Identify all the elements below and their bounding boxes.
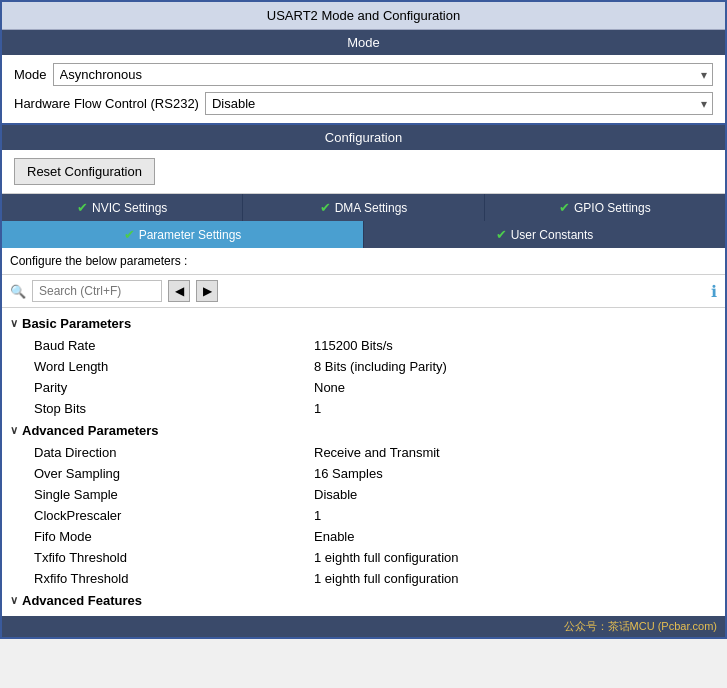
- param-data-direction-name: Data Direction: [34, 445, 314, 460]
- param-rxfifo-threshold-value: 1 eighth full configuration: [314, 571, 459, 586]
- param-rxfifo-threshold-name: Rxfifo Threshold: [34, 571, 314, 586]
- mode-section: Mode Asynchronous Hardware Flow Control …: [2, 55, 725, 125]
- search-bar: 🔍 ◀ ▶ ℹ: [2, 275, 725, 308]
- param-parity-name: Parity: [34, 380, 314, 395]
- tab-parameter-settings[interactable]: ✔ Parameter Settings: [2, 221, 364, 248]
- param-baud-rate-name: Baud Rate: [34, 338, 314, 353]
- param-baud-rate-value: 115200 Bits/s: [314, 338, 393, 353]
- param-txfifo-threshold: Txfifo Threshold 1 eighth full configura…: [2, 547, 725, 568]
- tab-nvic-label: NVIC Settings: [92, 201, 167, 215]
- param-fifo-mode: Fifo Mode Enable: [2, 526, 725, 547]
- hw-flow-select[interactable]: Disable: [205, 92, 713, 115]
- param-stop-bits-name: Stop Bits: [34, 401, 314, 416]
- group-advanced-parameters[interactable]: ∨ Advanced Parameters: [2, 419, 725, 442]
- group-advanced-features[interactable]: ∨ Advanced Features: [2, 589, 725, 612]
- tab-dma[interactable]: ✔ DMA Settings: [243, 194, 484, 221]
- search-input[interactable]: [32, 280, 162, 302]
- param-single-sample-name: Single Sample: [34, 487, 314, 502]
- param-over-sampling-value: 16 Samples: [314, 466, 383, 481]
- watermark-text: 公众号：茶话MCU (Pcbar.com): [564, 619, 717, 634]
- tab-params-label: Parameter Settings: [139, 228, 242, 242]
- chevron-advanced-icon: ∨: [10, 424, 18, 437]
- config-buttons-area: Reset Configuration: [2, 150, 725, 194]
- hw-flow-row: Hardware Flow Control (RS232) Disable: [14, 92, 713, 115]
- param-single-sample-value: Disable: [314, 487, 357, 502]
- param-stop-bits-value: 1: [314, 401, 321, 416]
- dma-check-icon: ✔: [320, 200, 331, 215]
- search-icon: 🔍: [10, 284, 26, 299]
- param-clock-prescaler: ClockPrescaler 1: [2, 505, 725, 526]
- mode-row: Mode Asynchronous: [14, 63, 713, 86]
- param-clock-prescaler-name: ClockPrescaler: [34, 508, 314, 523]
- tab-nvic[interactable]: ✔ NVIC Settings: [2, 194, 243, 221]
- mode-select[interactable]: Asynchronous: [53, 63, 713, 86]
- mode-label: Mode: [14, 67, 47, 82]
- param-word-length-value: 8 Bits (including Parity): [314, 359, 447, 374]
- title-bar: USART2 Mode and Configuration: [2, 2, 725, 30]
- param-data-direction: Data Direction Receive and Transmit: [2, 442, 725, 463]
- tab-dma-label: DMA Settings: [335, 201, 408, 215]
- param-stop-bits: Stop Bits 1: [2, 398, 725, 419]
- params-hint: Configure the below parameters :: [2, 248, 725, 275]
- param-txfifo-threshold-name: Txfifo Threshold: [34, 550, 314, 565]
- gpio-check-icon: ✔: [559, 200, 570, 215]
- tab-user-label: User Constants: [511, 228, 594, 242]
- mode-header: Mode: [2, 30, 725, 55]
- config-header: Configuration: [2, 125, 725, 150]
- param-parity-value: None: [314, 380, 345, 395]
- param-fifo-mode-value: Enable: [314, 529, 354, 544]
- nav-next-button[interactable]: ▶: [196, 280, 218, 302]
- param-fifo-mode-name: Fifo Mode: [34, 529, 314, 544]
- group-basic-label: Basic Parameters: [22, 316, 131, 331]
- tab-user-constants[interactable]: ✔ User Constants: [364, 221, 725, 248]
- user-check-icon: ✔: [496, 227, 507, 242]
- param-single-sample: Single Sample Disable: [2, 484, 725, 505]
- param-word-length-name: Word Length: [34, 359, 314, 374]
- tab-gpio[interactable]: ✔ GPIO Settings: [485, 194, 725, 221]
- params-check-icon: ✔: [124, 227, 135, 242]
- config-section: Reset Configuration ✔ NVIC Settings ✔ DM…: [2, 150, 725, 637]
- hw-flow-select-wrapper[interactable]: Disable: [205, 92, 713, 115]
- title-text: USART2 Mode and Configuration: [267, 8, 460, 23]
- group-advanced-label: Advanced Parameters: [22, 423, 159, 438]
- group-features-label: Advanced Features: [22, 593, 142, 608]
- hw-flow-label: Hardware Flow Control (RS232): [14, 96, 199, 111]
- tabs-row1: ✔ NVIC Settings ✔ DMA Settings ✔ GPIO Se…: [2, 194, 725, 221]
- chevron-basic-icon: ∨: [10, 317, 18, 330]
- nav-prev-button[interactable]: ◀: [168, 280, 190, 302]
- reset-config-button[interactable]: Reset Configuration: [14, 158, 155, 185]
- param-txfifo-threshold-value: 1 eighth full configuration: [314, 550, 459, 565]
- info-icon[interactable]: ℹ: [711, 282, 717, 301]
- param-word-length: Word Length 8 Bits (including Parity): [2, 356, 725, 377]
- chevron-features-icon: ∨: [10, 594, 18, 607]
- param-parity: Parity None: [2, 377, 725, 398]
- param-over-sampling: Over Sampling 16 Samples: [2, 463, 725, 484]
- tab-gpio-label: GPIO Settings: [574, 201, 651, 215]
- nvic-check-icon: ✔: [77, 200, 88, 215]
- mode-select-wrapper[interactable]: Asynchronous: [53, 63, 713, 86]
- param-clock-prescaler-value: 1: [314, 508, 321, 523]
- param-rxfifo-threshold: Rxfifo Threshold 1 eighth full configura…: [2, 568, 725, 589]
- params-list: ∨ Basic Parameters Baud Rate 115200 Bits…: [2, 308, 725, 616]
- watermark-row: 公众号：茶话MCU (Pcbar.com): [2, 616, 725, 637]
- param-baud-rate: Baud Rate 115200 Bits/s: [2, 335, 725, 356]
- tabs-row2: ✔ Parameter Settings ✔ User Constants: [2, 221, 725, 248]
- param-over-sampling-name: Over Sampling: [34, 466, 314, 481]
- group-basic-parameters[interactable]: ∨ Basic Parameters: [2, 312, 725, 335]
- param-data-direction-value: Receive and Transmit: [314, 445, 440, 460]
- main-container: USART2 Mode and Configuration Mode Mode …: [0, 0, 727, 639]
